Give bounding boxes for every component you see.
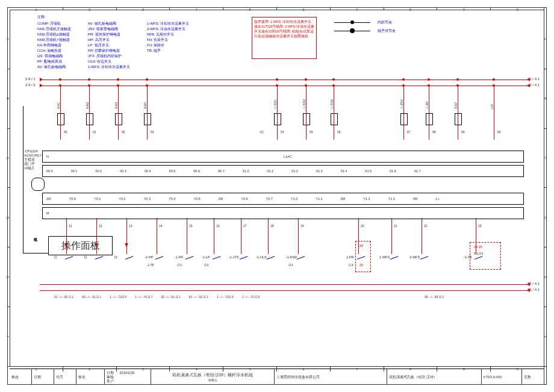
dbox2-n2: 25 [479, 245, 482, 249]
legend-entry: AV: 辅孔板电磁阀 [88, 21, 130, 26]
tb-code: 代号 [54, 369, 76, 385]
terminal-xref: 1 ─/─ 72/2.9 [110, 295, 126, 299]
cable-line [23, 106, 23, 253]
legend-entry: LP: 低压开关 [88, 43, 130, 48]
legend-entry: COMP: 压缩机 [37, 21, 71, 26]
wire-num: 21 [394, 224, 397, 228]
switch-icon [297, 256, 305, 260]
terminal-xref: 93 ─/─ 92 /2.1 [189, 295, 208, 299]
tech-requirements: 技术要求: 1-WFS: 冷却水水流量开关: 接在21与25号线间. 2-WFS… [252, 17, 317, 59]
io-strip-3: 1MY0.0Y0.1Y0.2Y0.3Y0.4Y0.52MY0.6Y0.7Y1.0… [42, 193, 524, 205]
io-strip-4: M [42, 207, 524, 219]
terminal-xref: 1 ─/─ 72 /2.8 [242, 295, 260, 299]
legend-col2: AV: 辅孔板电磁阀JSV: 喷射泵电磁阀PR: 逆向保护继电器HP: 高压开关… [88, 21, 130, 70]
switch-icon [65, 256, 73, 260]
output-label: 1-PR [346, 255, 354, 259]
tb-datebox: 日期 2024/2/28 审核 客户 [105, 369, 151, 385]
io-pin: L1AC [284, 155, 292, 158]
io-pin: 00.3 [120, 169, 126, 173]
page: 1234567890 1234567890 ABCDEF ABCDEF 注释: … [0, 0, 554, 392]
ruler-top: 1234567890 [10, 7, 544, 10]
arrow-icon [40, 84, 43, 87]
relay-label: -U3 [490, 104, 494, 110]
arrow-icon [527, 288, 530, 292]
legend-entry: OLS: 有位开关 [88, 59, 130, 64]
operator-panel: 操作面板 [48, 236, 113, 255]
legend-entry: PR: 逆向保护继电器 [88, 32, 130, 37]
relay-label: -KA4 [143, 102, 147, 110]
tb-company: 上海国祥制冷设备有限公司 [275, 369, 387, 385]
wire-num: 22 [424, 224, 428, 228]
legend-entry: PF: 配电箱风扇 [37, 59, 71, 64]
io-pin: Y1.2 [363, 197, 370, 201]
relay-label: -1-JSV [400, 99, 403, 110]
title-block: 修改 日期 代号 签名 日期 2024/2/28 审核 客户 双机满液式孔板（有… [10, 369, 544, 385]
io-pin: Y0.6 [241, 197, 247, 201]
legend-entry: CCH: 油电热器 [37, 48, 71, 54]
tb-rev: 修改 [10, 369, 32, 385]
io-pin: Y0.1 [94, 197, 101, 201]
plc-label: -CPU224 AC/DC/RLY 主模块 西门子 16输入 [24, 149, 42, 170]
arrow-icon [527, 78, 530, 81]
io-pin: 01.3 [316, 169, 323, 173]
legend-entry: KM2:压缩机∆接触器 [37, 32, 71, 37]
output-label: 1-WFS [379, 255, 390, 259]
legend-entry: KM3:压缩机Y接触器 [37, 37, 71, 43]
plc-sub2: 主模块 [24, 158, 42, 162]
bus-25 [40, 284, 530, 285]
output-label: -1-HP [145, 255, 153, 259]
io-pin: Y0.5 [193, 197, 200, 201]
switch-icon [125, 256, 133, 260]
symkey-2: 端子排节点 [378, 28, 396, 34]
legend-entry: HP: 高压开关 [88, 37, 130, 43]
terminal-num: 51 [93, 130, 96, 134]
legend-entry: FH: 负荷开关 [147, 37, 189, 43]
db9-connector-icon [31, 178, 45, 191]
wire-num: 16 [216, 224, 220, 228]
terminal-num: 57 [407, 130, 411, 134]
output-label: I3 [114, 255, 117, 259]
terminal-xref: 1 ─/─ 73/2.9 [217, 295, 234, 299]
arrow-down-icon [125, 243, 128, 247]
relay-label: -KA7 [454, 102, 458, 110]
io-pin: N [46, 155, 49, 158]
plc-sub1: AC/DC/RLY [24, 154, 42, 158]
io-pin: 00.6 [193, 169, 200, 173]
output-label: I1 [54, 255, 57, 259]
wire-num: 20 [361, 224, 364, 228]
io-pin: Y0.7 [266, 197, 273, 201]
output-xref: /3.3 [177, 264, 182, 267]
dbox1-n1: 20 [359, 244, 363, 247]
bus1-right-ref: 1 / 4.1 [529, 77, 540, 81]
terminal-num: 59 [461, 130, 465, 134]
io-pin: 01.1 [267, 169, 273, 173]
relay-coil-icon [144, 113, 151, 125]
io-strip-2: 00.000.100.200.300.400.500.600.701.001.1… [42, 165, 524, 177]
io-pin: 1M [46, 197, 51, 201]
switch-icon [420, 256, 428, 260]
relay-coil-icon [86, 113, 93, 125]
wire-num: 11 [69, 224, 72, 228]
dbox1-n2: 25 [359, 263, 363, 267]
tb-drawing: KTS3-S-000 [482, 369, 522, 385]
io-pin: Y1.0 [291, 197, 297, 201]
techreq-title: 技术要求: [254, 20, 270, 23]
wire-num: 19 [300, 224, 304, 228]
bus2-left-ref: 2.9 / 2 [25, 83, 36, 87]
terminal-num: 56 [337, 130, 341, 134]
terminal-xref: 92 ─/─ 91 /2.1 [161, 295, 180, 299]
switch-icon [185, 256, 193, 260]
io-pin: 00.5 [169, 169, 176, 173]
symkey-1: 内部节点 [378, 20, 392, 25]
io-pin: Y0.2 [119, 197, 125, 201]
x1-label: -X1 [259, 130, 264, 134]
legend-entry: JTX: 压缩机内部保护 [88, 54, 130, 59]
wire-num: 18 [270, 224, 274, 228]
io-pin: 00.1 [71, 169, 78, 173]
legend-entry: AV: 辅孔板电磁阀 [37, 64, 71, 70]
output-label: -1-OLS [256, 255, 267, 259]
bus-26 [40, 290, 530, 291]
relay-label: -KA3 [114, 102, 118, 110]
tb-subtitle: 双机满液式孔板（有段·汉钟） [387, 369, 482, 385]
io-strip-1: NL1AC [42, 151, 524, 163]
